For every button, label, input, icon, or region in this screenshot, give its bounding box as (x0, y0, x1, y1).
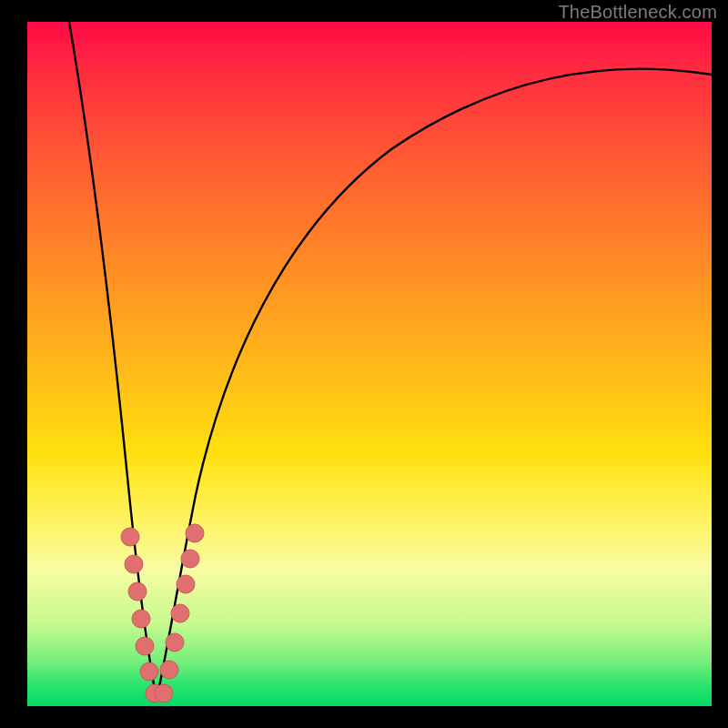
watermark-text: TheBottleneck.com (558, 2, 717, 23)
svg-point-8 (160, 661, 178, 679)
svg-point-11 (177, 575, 195, 593)
svg-point-7 (155, 684, 173, 703)
svg-point-3 (132, 610, 150, 628)
svg-point-0 (121, 528, 139, 546)
curve-right-branch (157, 69, 712, 700)
svg-point-10 (171, 604, 189, 622)
marker-cluster (121, 524, 204, 703)
svg-point-9 (166, 633, 184, 652)
chart-frame: TheBottleneck.com (0, 0, 728, 728)
svg-point-1 (125, 555, 143, 573)
svg-point-5 (140, 662, 158, 681)
svg-point-12 (181, 550, 199, 568)
svg-point-2 (128, 582, 147, 601)
svg-point-13 (186, 524, 204, 542)
svg-point-4 (136, 637, 154, 655)
plot-area (27, 22, 712, 706)
curve-layer (27, 22, 712, 706)
